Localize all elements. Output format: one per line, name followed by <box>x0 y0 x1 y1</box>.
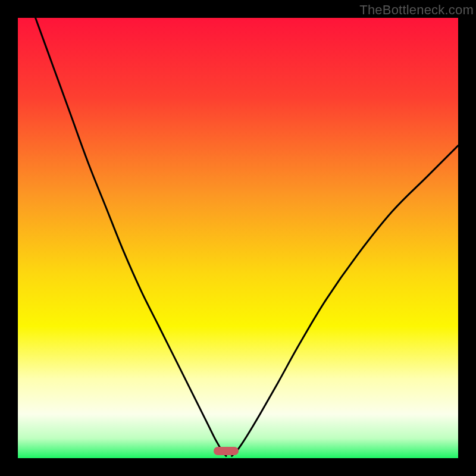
right-curve <box>232 146 458 456</box>
watermark-text: TheBottleneck.com <box>359 2 474 18</box>
curves-layer <box>18 18 458 458</box>
left-curve <box>36 18 226 456</box>
optimal-marker <box>214 447 239 455</box>
plot-frame <box>18 18 458 458</box>
